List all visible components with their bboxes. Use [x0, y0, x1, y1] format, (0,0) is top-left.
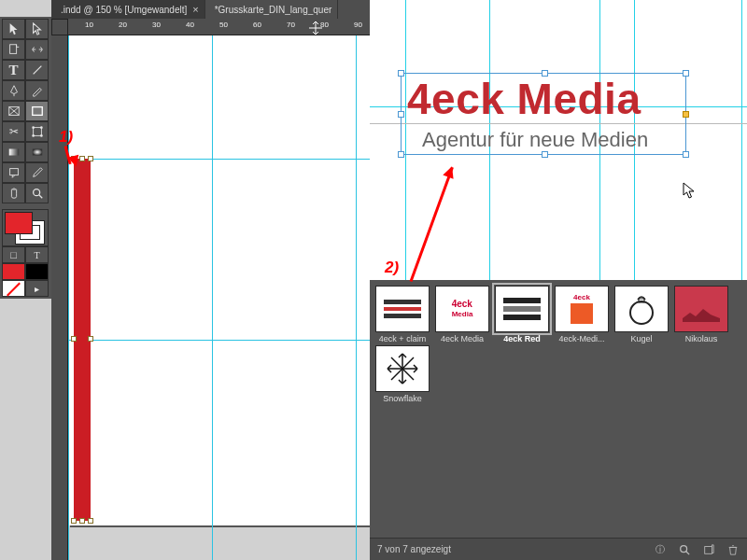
- selection-handle[interactable]: [683, 70, 689, 77]
- document-page: [68, 157, 370, 525]
- svg-rect-32: [705, 546, 712, 553]
- library-label: Kugel: [630, 334, 652, 343]
- selection-handle[interactable]: [71, 336, 77, 342]
- selection-handle[interactable]: [683, 151, 689, 158]
- library-item-kugel[interactable]: Kugel: [613, 286, 670, 343]
- library-delete-icon[interactable]: [726, 543, 740, 556]
- library-new-icon[interactable]: [702, 543, 715, 556]
- eyedropper-tool[interactable]: [25, 162, 49, 183]
- library-thumb: 4eck: [555, 286, 609, 332]
- library-thumb: [674, 286, 728, 332]
- svg-point-10: [40, 134, 43, 137]
- selection-handle[interactable]: [79, 156, 85, 161]
- library-thumb: 4eckMedia: [435, 286, 489, 332]
- library-label: 4eck Media: [441, 334, 484, 343]
- fill-swatch[interactable]: [5, 212, 33, 234]
- ruler-vertical[interactable]: [51, 35, 68, 560]
- apply-none[interactable]: [2, 280, 25, 297]
- scissors-tool[interactable]: ✂: [2, 121, 25, 142]
- library-item-claim[interactable]: 4eck + claim: [374, 286, 431, 343]
- tools-menu[interactable]: ▸: [25, 280, 49, 297]
- selection-handle[interactable]: [88, 518, 93, 524]
- library-info-icon[interactable]: ⓘ: [654, 543, 667, 556]
- library-item-4eck-medi[interactable]: 4eck 4eck-Medi...: [553, 286, 611, 343]
- rectangle-tool[interactable]: [25, 101, 49, 121]
- library-item-nikolaus[interactable]: Nikolaus: [672, 286, 730, 343]
- svg-rect-13: [9, 169, 18, 175]
- tab-label: *Grusskarte_DIN_lang_quer: [215, 5, 332, 15]
- selection-handle[interactable]: [88, 336, 93, 342]
- selection-tool[interactable]: [2, 19, 25, 39]
- svg-rect-5: [32, 107, 42, 116]
- type-tool[interactable]: T: [2, 60, 25, 80]
- selection-handle[interactable]: [398, 111, 404, 118]
- selection-handle[interactable]: [71, 518, 77, 524]
- page-tool[interactable]: [2, 39, 25, 60]
- right-panel: 4eck Media Agentur für neue Medien: [370, 0, 747, 560]
- apply-text[interactable]: T: [25, 246, 49, 263]
- library-item-snowflake[interactable]: Snowflake: [374, 345, 431, 403]
- zoom-tool[interactable]: [25, 183, 49, 203]
- selection-handle[interactable]: [88, 156, 93, 161]
- selection-handle[interactable]: [398, 151, 404, 158]
- pen-tool[interactable]: [2, 80, 25, 101]
- selection-handle[interactable]: [542, 70, 548, 77]
- library-status-bar: 7 von 7 angezeigt ⓘ: [370, 538, 747, 560]
- guide[interactable]: [356, 35, 357, 560]
- line-tool[interactable]: [25, 60, 49, 80]
- svg-point-9: [32, 134, 35, 137]
- fill-stroke-control[interactable]: [2, 209, 49, 246]
- gap-tool[interactable]: [25, 39, 49, 60]
- selection-handle[interactable]: [71, 156, 77, 161]
- library-label: 4eck Red: [503, 334, 541, 343]
- rect-frame-tool[interactable]: [2, 101, 25, 121]
- guide[interactable]: [741, 0, 742, 280]
- apply-color[interactable]: [2, 263, 25, 280]
- logo-selection[interactable]: 4eck Media Agentur für neue Medien: [401, 73, 686, 155]
- indesign-panel: .indd @ 150 % [Umgewandelt] × *Grusskart…: [0, 0, 370, 560]
- document-canvas[interactable]: [68, 35, 370, 560]
- svg-rect-19: [503, 298, 541, 303]
- svg-rect-21: [503, 315, 541, 320]
- ruler-origin[interactable]: [51, 19, 68, 35]
- library-thumb: [375, 286, 430, 332]
- library-item-4eck-media[interactable]: 4eckMedia 4eck Media: [433, 286, 491, 343]
- library-item-4eck-red[interactable]: 4eck Red: [493, 286, 551, 343]
- apply-container[interactable]: □: [2, 246, 25, 263]
- selection-handle[interactable]: [542, 151, 548, 158]
- apply-gradient[interactable]: [25, 263, 49, 280]
- library-search-icon[interactable]: [678, 543, 691, 556]
- free-transform-tool[interactable]: [25, 121, 49, 142]
- tab-document-2[interactable]: *Grusskarte_DIN_lang_quer: [205, 0, 339, 19]
- gradient-feather-tool[interactable]: [25, 142, 49, 162]
- library-label: Snowflake: [383, 394, 422, 403]
- hand-tool[interactable]: [2, 183, 25, 203]
- selection-handle[interactable]: [79, 518, 85, 524]
- close-icon[interactable]: ×: [192, 4, 198, 15]
- note-tool[interactable]: [2, 162, 25, 183]
- svg-rect-0: [9, 45, 16, 54]
- selection-handle[interactable]: [398, 70, 404, 77]
- guide[interactable]: [212, 35, 213, 560]
- svg-rect-20: [503, 306, 541, 312]
- tab-label: .indd @ 150 % [Umgewandelt]: [61, 5, 187, 15]
- library-label: 4eck-Medi...: [558, 334, 604, 343]
- guide[interactable]: [68, 340, 370, 341]
- library-thumb: [375, 345, 430, 392]
- document-tabs: .indd @ 150 % [Umgewandelt] × *Grusskart…: [51, 0, 370, 19]
- svg-line-31: [686, 551, 689, 553]
- tab-document-1[interactable]: .indd @ 150 % [Umgewandelt] ×: [51, 0, 205, 19]
- guide[interactable]: [68, 35, 69, 560]
- guide[interactable]: [68, 159, 370, 160]
- direct-selection-tool[interactable]: [25, 19, 49, 39]
- svg-line-15: [38, 195, 42, 199]
- svg-point-30: [681, 545, 687, 552]
- pencil-tool[interactable]: [25, 80, 49, 101]
- gradient-swatch-tool[interactable]: [2, 142, 25, 162]
- logo-title: 4eck Media: [407, 74, 685, 124]
- library-status-text: 7 von 7 angezeigt: [377, 544, 451, 554]
- logo-preview-area: 4eck Media Agentur für neue Medien: [370, 0, 747, 280]
- ruler-horizontal[interactable]: 10 20 30 40 50 60 70 80 90: [68, 19, 370, 35]
- reference-point-handle[interactable]: [683, 111, 689, 118]
- svg-rect-11: [8, 149, 19, 156]
